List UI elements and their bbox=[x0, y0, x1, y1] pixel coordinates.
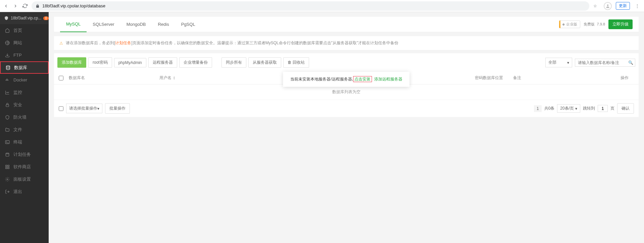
update-button[interactable]: 更新 bbox=[616, 2, 630, 10]
shield-icon bbox=[5, 115, 10, 120]
database-icon bbox=[5, 65, 11, 70]
confirm-button[interactable]: 确认 bbox=[617, 103, 634, 114]
enterprise-badge[interactable]: ◈企业版 bbox=[559, 20, 580, 28]
th-user[interactable]: 用户名▲▼ bbox=[159, 75, 247, 81]
tab-mongodb[interactable]: MongoDB bbox=[120, 17, 152, 32]
gear-icon bbox=[5, 177, 10, 182]
sidebar-item-security[interactable]: 安全 bbox=[0, 99, 49, 111]
svg-rect-4 bbox=[7, 79, 7, 80]
tab-label: Redis bbox=[158, 22, 169, 27]
chevron-down-icon: ▾ bbox=[567, 60, 569, 65]
th-loc: 数据库位置 bbox=[483, 75, 513, 81]
folder-icon bbox=[5, 127, 10, 132]
shield-icon bbox=[4, 15, 9, 21]
sidebar-item-ftp[interactable]: FTP bbox=[0, 49, 49, 61]
page-number[interactable]: 1 bbox=[534, 105, 542, 112]
trash-button[interactable]: 🗑 回收站 bbox=[283, 57, 309, 68]
chart-icon bbox=[5, 90, 10, 95]
filter-select[interactable]: 全部▾ bbox=[545, 58, 572, 67]
alert-text: 请在添加数据库后，务必到[计划任务]页面添加定时备份任务，以确保您的数据安全。温… bbox=[66, 40, 398, 46]
svg-point-2 bbox=[6, 66, 10, 67]
root-pwd-button[interactable]: root密码 bbox=[88, 57, 112, 68]
notification-badge[interactable]: 0 bbox=[43, 16, 49, 20]
docker-icon bbox=[5, 77, 10, 83]
sidebar-item-label: 首页 bbox=[13, 27, 22, 34]
back-icon[interactable] bbox=[3, 3, 9, 9]
forward-icon[interactable] bbox=[13, 3, 18, 9]
sidebar-item-home[interactable]: 首页 bbox=[0, 24, 49, 37]
sidebar-item-database[interactable]: 数据库 bbox=[0, 61, 49, 74]
sidebar-item-file[interactable]: 文件 bbox=[0, 123, 49, 136]
sync-all-button[interactable]: 同步所有 bbox=[221, 57, 246, 68]
alert-link[interactable]: 计划任务 bbox=[115, 41, 131, 45]
reload-icon[interactable] bbox=[22, 3, 28, 9]
search-icon[interactable]: 🔍 bbox=[628, 60, 633, 65]
add-remote-link[interactable]: 添加远程服务器 bbox=[374, 77, 402, 81]
main: MySQL SQLServer MongoDB Redis PgSQL ◈企业版… bbox=[49, 12, 644, 243]
sidebar-item-terminal[interactable]: 终端 bbox=[0, 136, 49, 148]
sidebar-item-label: 数据库 bbox=[14, 65, 27, 71]
tab-mysql[interactable]: MySQL bbox=[60, 17, 87, 32]
sidebar-item-label: 退出 bbox=[13, 189, 22, 195]
batch-checkbox[interactable] bbox=[59, 106, 63, 111]
tabs-right: ◈企业版 免费版 7.9.8 立即升级 bbox=[559, 19, 633, 29]
sidebar-item-firewall[interactable]: 防火墙 bbox=[0, 111, 49, 123]
install-popup: 当前未安装本地服务器/远程服务器,点击安装 添加远程服务器 bbox=[283, 72, 409, 87]
backup-button[interactable]: 企业增量备份 bbox=[179, 57, 212, 68]
tab-label: PgSQL bbox=[181, 22, 195, 27]
sidebar-item-label: 防火墙 bbox=[13, 114, 27, 120]
search-input[interactable] bbox=[578, 60, 628, 65]
svg-rect-7 bbox=[6, 105, 9, 107]
globe-icon bbox=[5, 40, 10, 46]
tab-sqlserver[interactable]: SQLServer bbox=[87, 17, 120, 32]
add-db-button[interactable]: 添加数据库 bbox=[57, 57, 86, 68]
tab-pgsql[interactable]: PgSQL bbox=[175, 17, 201, 32]
menu-dots-icon[interactable]: ⋮ bbox=[634, 4, 641, 8]
sidebar-header: 18bf3adf.vip.cp... 0 bbox=[0, 12, 49, 24]
popup-text: 当前未安装本地服务器/远程服务器, bbox=[290, 77, 353, 81]
fetch-button[interactable]: 从服务器获取 bbox=[248, 57, 281, 68]
table-head: 数据库名 用户名▲▼ 密码 数据库位置 备注 操作 当前未安装本地服务器/远程服… bbox=[54, 72, 639, 84]
remote-server-button[interactable]: 远程服务器 bbox=[148, 57, 177, 68]
jump-input[interactable] bbox=[598, 105, 608, 112]
chevron-down-icon: ▾ bbox=[97, 106, 99, 111]
host-text: 18bf3adf.vip.cp... bbox=[11, 16, 41, 20]
sidebar-item-label: 网站 bbox=[13, 40, 22, 46]
url-bar[interactable]: 18bf3adf.vip.cpolar.top/database bbox=[32, 1, 589, 11]
sidebar-item-label: 终端 bbox=[13, 139, 22, 145]
install-link[interactable]: 点击安装 bbox=[353, 76, 372, 82]
batch-select[interactable]: 请选择批量操作 ▾ bbox=[66, 104, 102, 113]
sidebar-item-docker[interactable]: Docker bbox=[0, 74, 49, 86]
tab-label: MySQL bbox=[66, 21, 81, 26]
upgrade-button[interactable]: 立即升级 bbox=[608, 19, 633, 29]
sidebar-item-label: 安全 bbox=[13, 102, 22, 108]
avatar-icon[interactable] bbox=[604, 2, 612, 10]
sidebar-item-monitor[interactable]: 监控 bbox=[0, 86, 49, 99]
select-all-checkbox[interactable] bbox=[59, 76, 63, 80]
th-note: 备注 bbox=[513, 75, 621, 81]
table-footer: 请选择批量操作 ▾ 批量操作 1 共0条 20条/页 ▾ 跳转到 页 确认 bbox=[54, 100, 639, 117]
search-box[interactable]: 🔍 bbox=[575, 59, 635, 67]
sidebar-item-label: 监控 bbox=[13, 89, 22, 96]
svg-rect-6 bbox=[7, 78, 7, 79]
svg-rect-8 bbox=[5, 140, 9, 143]
sidebar: 18bf3adf.vip.cp... 0 首页 网站 FTP 数据库 Docke… bbox=[0, 12, 49, 243]
th-pass: 密码 bbox=[475, 75, 483, 81]
svg-rect-5 bbox=[8, 79, 8, 80]
sidebar-item-logout[interactable]: 退出 bbox=[0, 185, 49, 198]
table: 数据库名 用户名▲▼ 密码 数据库位置 备注 操作 当前未安装本地服务器/远程服… bbox=[54, 72, 639, 117]
lock-icon bbox=[5, 102, 10, 108]
sidebar-item-settings[interactable]: 面板设置 bbox=[0, 173, 49, 185]
per-page-select[interactable]: 20条/页 ▾ bbox=[557, 104, 580, 113]
th-name[interactable]: 数据库名 bbox=[69, 75, 159, 81]
sidebar-item-website[interactable]: 网站 bbox=[0, 37, 49, 49]
sidebar-item-store[interactable]: 软件商店 bbox=[0, 161, 49, 173]
total-text: 共0条 bbox=[544, 106, 555, 111]
sidebar-item-cron[interactable]: 计划任务 bbox=[0, 148, 49, 161]
enterprise-label: 企业版 bbox=[566, 22, 577, 27]
tab-redis[interactable]: Redis bbox=[152, 17, 175, 32]
diamond-icon: ◈ bbox=[562, 22, 565, 26]
star-icon[interactable]: ☆ bbox=[593, 4, 597, 8]
batch-button[interactable]: 批量操作 bbox=[105, 103, 130, 114]
pma-button[interactable]: phpMyAdmin bbox=[114, 58, 146, 67]
